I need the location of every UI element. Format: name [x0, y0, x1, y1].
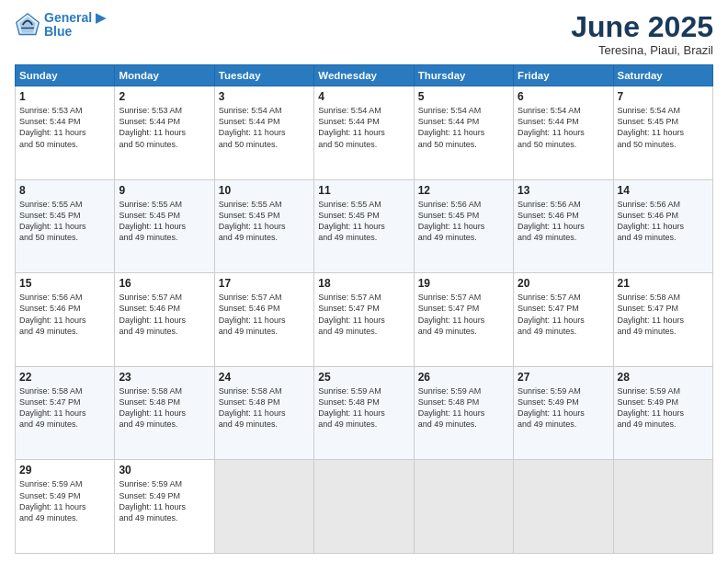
calendar-cell: 25Sunrise: 5:59 AMSunset: 5:48 PMDayligh…	[314, 366, 414, 460]
day-info: Sunrise: 5:55 AMSunset: 5:45 PMDaylight:…	[219, 199, 310, 244]
calendar-header-friday: Friday	[514, 65, 613, 86]
day-number: 28	[618, 371, 709, 384]
day-number: 8	[19, 184, 110, 197]
calendar-cell: 8Sunrise: 5:55 AMSunset: 5:45 PMDaylight…	[16, 179, 115, 273]
day-info: Sunrise: 5:56 AMSunset: 5:46 PMDaylight:…	[19, 292, 110, 337]
logo-text: General ▶ Blue	[44, 11, 106, 40]
day-number: 16	[119, 277, 210, 290]
day-number: 13	[518, 184, 609, 197]
day-number: 1	[19, 90, 110, 103]
day-number: 4	[318, 90, 409, 103]
day-info: Sunrise: 5:58 AMSunset: 5:48 PMDaylight:…	[219, 385, 310, 431]
calendar-cell: 30Sunrise: 5:59 AMSunset: 5:49 PMDayligh…	[115, 460, 214, 554]
calendar-cell: 28Sunrise: 5:59 AMSunset: 5:49 PMDayligh…	[613, 366, 712, 460]
calendar-cell: 29Sunrise: 5:59 AMSunset: 5:49 PMDayligh…	[16, 460, 115, 554]
calendar-table: SundayMondayTuesdayWednesdayThursdayFrid…	[15, 64, 713, 554]
calendar-cell: 18Sunrise: 5:57 AMSunset: 5:47 PMDayligh…	[314, 273, 414, 367]
calendar-cell: 13Sunrise: 5:56 AMSunset: 5:46 PMDayligh…	[514, 179, 613, 273]
day-info: Sunrise: 5:59 AMSunset: 5:49 PMDaylight:…	[19, 478, 110, 523]
day-info: Sunrise: 5:55 AMSunset: 5:45 PMDaylight:…	[119, 199, 210, 244]
calendar-cell: 21Sunrise: 5:58 AMSunset: 5:47 PMDayligh…	[613, 273, 712, 367]
calendar-cell: 4Sunrise: 5:54 AMSunset: 5:44 PMDaylight…	[314, 86, 414, 180]
day-info: Sunrise: 5:54 AMSunset: 5:44 PMDaylight:…	[518, 105, 609, 150]
day-info: Sunrise: 5:56 AMSunset: 5:46 PMDaylight:…	[518, 199, 609, 244]
logo: General ▶ Blue	[15, 11, 106, 40]
title-block: June 2025 Teresina, Piaui, Brazil	[571, 11, 713, 57]
calendar-cell: 24Sunrise: 5:58 AMSunset: 5:48 PMDayligh…	[214, 366, 313, 460]
calendar-cell	[514, 460, 613, 554]
day-number: 26	[418, 371, 509, 384]
day-info: Sunrise: 5:58 AMSunset: 5:47 PMDaylight:…	[19, 385, 110, 431]
day-info: Sunrise: 5:54 AMSunset: 5:44 PMDaylight:…	[219, 105, 310, 150]
calendar-week-2: 8Sunrise: 5:55 AMSunset: 5:45 PMDaylight…	[16, 179, 713, 273]
day-number: 14	[618, 184, 709, 197]
day-number: 25	[318, 371, 409, 384]
calendar-cell: 16Sunrise: 5:57 AMSunset: 5:46 PMDayligh…	[115, 273, 214, 367]
calendar-cell: 15Sunrise: 5:56 AMSunset: 5:46 PMDayligh…	[16, 273, 115, 367]
day-info: Sunrise: 5:56 AMSunset: 5:46 PMDaylight:…	[618, 199, 709, 244]
day-number: 9	[119, 184, 210, 197]
day-number: 30	[119, 464, 210, 477]
day-info: Sunrise: 5:59 AMSunset: 5:48 PMDaylight:…	[418, 385, 509, 431]
calendar-cell	[214, 460, 313, 554]
day-info: Sunrise: 5:57 AMSunset: 5:46 PMDaylight:…	[119, 292, 210, 337]
calendar-cell	[314, 460, 414, 554]
calendar-cell	[613, 460, 712, 554]
calendar-cell: 20Sunrise: 5:57 AMSunset: 5:47 PMDayligh…	[514, 273, 613, 367]
day-info: Sunrise: 5:53 AMSunset: 5:44 PMDaylight:…	[119, 105, 210, 150]
subtitle: Teresina, Piaui, Brazil	[571, 43, 713, 57]
calendar-header-wednesday: Wednesday	[314, 65, 414, 86]
day-number: 20	[518, 277, 609, 290]
header: General ▶ Blue June 2025 Teresina, Piaui…	[15, 11, 713, 57]
calendar-header-monday: Monday	[115, 65, 214, 86]
day-info: Sunrise: 5:57 AMSunset: 5:47 PMDaylight:…	[418, 292, 509, 337]
calendar-cell: 12Sunrise: 5:56 AMSunset: 5:45 PMDayligh…	[414, 179, 513, 273]
day-info: Sunrise: 5:59 AMSunset: 5:49 PMDaylight:…	[518, 385, 609, 431]
day-number: 12	[418, 184, 509, 197]
calendar-cell: 2Sunrise: 5:53 AMSunset: 5:44 PMDaylight…	[115, 86, 214, 180]
day-info: Sunrise: 5:55 AMSunset: 5:45 PMDaylight:…	[318, 199, 409, 244]
calendar-header-thursday: Thursday	[414, 65, 513, 86]
calendar-header-tuesday: Tuesday	[214, 65, 313, 86]
calendar-week-5: 29Sunrise: 5:59 AMSunset: 5:49 PMDayligh…	[16, 460, 713, 554]
day-info: Sunrise: 5:58 AMSunset: 5:48 PMDaylight:…	[119, 385, 210, 431]
day-info: Sunrise: 5:54 AMSunset: 5:45 PMDaylight:…	[618, 105, 709, 150]
calendar-cell: 23Sunrise: 5:58 AMSunset: 5:48 PMDayligh…	[115, 366, 214, 460]
logo-general: General	[44, 10, 92, 25]
day-info: Sunrise: 5:53 AMSunset: 5:44 PMDaylight:…	[19, 105, 110, 150]
day-info: Sunrise: 5:56 AMSunset: 5:45 PMDaylight:…	[418, 199, 509, 244]
day-info: Sunrise: 5:59 AMSunset: 5:48 PMDaylight:…	[318, 385, 409, 431]
calendar-cell: 14Sunrise: 5:56 AMSunset: 5:46 PMDayligh…	[613, 179, 712, 273]
calendar-cell: 6Sunrise: 5:54 AMSunset: 5:44 PMDaylight…	[514, 86, 613, 180]
calendar-cell: 27Sunrise: 5:59 AMSunset: 5:49 PMDayligh…	[514, 366, 613, 460]
day-info: Sunrise: 5:57 AMSunset: 5:46 PMDaylight:…	[219, 292, 310, 337]
day-info: Sunrise: 5:57 AMSunset: 5:47 PMDaylight:…	[318, 292, 409, 337]
calendar-week-4: 22Sunrise: 5:58 AMSunset: 5:47 PMDayligh…	[16, 366, 713, 460]
day-info: Sunrise: 5:54 AMSunset: 5:44 PMDaylight:…	[318, 105, 409, 150]
logo-icon	[15, 12, 40, 38]
day-number: 5	[418, 90, 509, 103]
day-number: 17	[219, 277, 310, 290]
day-info: Sunrise: 5:57 AMSunset: 5:47 PMDaylight:…	[518, 292, 609, 337]
day-number: 29	[19, 464, 110, 477]
calendar-cell: 3Sunrise: 5:54 AMSunset: 5:44 PMDaylight…	[214, 86, 313, 180]
page: General ▶ Blue June 2025 Teresina, Piaui…	[0, 0, 728, 563]
logo-blue: Blue	[44, 25, 106, 39]
calendar-header-saturday: Saturday	[613, 65, 712, 86]
svg-marker-2	[19, 17, 36, 34]
calendar-cell: 17Sunrise: 5:57 AMSunset: 5:46 PMDayligh…	[214, 273, 313, 367]
day-info: Sunrise: 5:54 AMSunset: 5:44 PMDaylight:…	[418, 105, 509, 150]
calendar-week-1: 1Sunrise: 5:53 AMSunset: 5:44 PMDaylight…	[16, 86, 713, 180]
main-title: June 2025	[571, 11, 713, 43]
day-number: 10	[219, 184, 310, 197]
day-number: 7	[618, 90, 709, 103]
day-number: 27	[518, 371, 609, 384]
calendar-cell	[414, 460, 513, 554]
calendar-cell: 5Sunrise: 5:54 AMSunset: 5:44 PMDaylight…	[414, 86, 513, 180]
day-number: 22	[19, 371, 110, 384]
day-number: 15	[19, 277, 110, 290]
day-number: 18	[318, 277, 409, 290]
calendar-header-row: SundayMondayTuesdayWednesdayThursdayFrid…	[16, 65, 713, 86]
day-number: 24	[219, 371, 310, 384]
calendar-cell: 1Sunrise: 5:53 AMSunset: 5:44 PMDaylight…	[16, 86, 115, 180]
